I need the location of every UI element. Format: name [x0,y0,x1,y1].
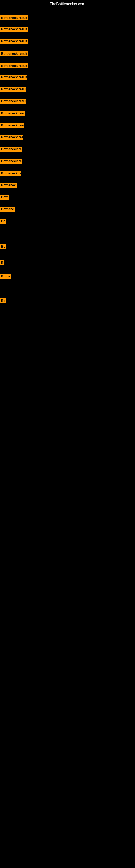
vertical-line [1,749,1,753]
bottleneck-badge[interactable]: Bottleneck result [0,51,28,56]
vertical-line [1,727,1,731]
bottleneck-badge[interactable]: Bott [0,195,9,199]
bottleneck-badge-container: Bottleneck result [0,111,25,117]
bottleneck-badge-container: Bottleneck resu [0,135,23,141]
bottleneck-badge[interactable]: Bo [0,219,6,223]
bottleneck-badge[interactable]: Bo [0,244,6,249]
vertical-line [1,569,1,591]
bottleneck-badge[interactable]: Bottleneck res [0,147,22,152]
bottleneck-badge[interactable]: Bottlenec [0,183,17,188]
bottleneck-badge[interactable]: Bottleneck result [0,111,25,116]
bottleneck-badge[interactable]: Bottleneck resu [0,135,23,140]
bottleneck-badge[interactable]: Bottleneck result [0,27,28,32]
bottleneck-badge-container: Bottle [0,274,11,280]
bottleneck-badge-container: Bottleneck result [0,87,27,93]
bottleneck-badge-container: Bottleneck result [0,27,28,33]
bottleneck-badge-container: Bottlene [0,207,15,213]
bottleneck-badge[interactable]: Bottlene [0,207,15,212]
bottleneck-badge-container: Bottleneck result [0,39,28,45]
bottleneck-badge[interactable]: Bottleneck result [0,16,28,20]
vertical-line [1,529,1,551]
bottleneck-badge[interactable]: Bottleneck res [0,159,21,163]
bottleneck-badge[interactable]: Bottle [0,274,11,279]
bottleneck-badge-container: Bottleneck res [0,147,22,153]
vertical-line [1,610,1,632]
bottleneck-badge-container: Bottleneck result [0,63,28,69]
bottleneck-badge-container: Bo [0,244,6,250]
bottleneck-badge[interactable]: Bottleneck result [0,99,26,104]
bottleneck-badge-container: Bottleneck res [0,159,21,165]
bottleneck-badge[interactable]: Bottleneck result [0,75,27,80]
bottleneck-badge-container: Bottleneck result [0,51,28,57]
bottleneck-badge-container: Bottleneck resu [0,123,24,129]
bottleneck-badge[interactable]: Bo [0,299,6,303]
bottleneck-badge-container: Bottlenec [0,183,17,189]
vertical-line [1,705,1,710]
bottleneck-badge[interactable]: Bottleneck result [0,63,28,68]
bottleneck-badge-container: Bottleneck result [0,99,26,105]
bottleneck-badge-container: Bottleneck re [0,171,20,177]
bottleneck-badge-container: Bottleneck result [0,16,28,22]
bottleneck-badge-container: Bo [0,219,6,225]
site-title: TheBottlenecker.com [0,0,135,8]
bottleneck-badge[interactable]: Bottleneck re [0,171,20,176]
bottleneck-badge[interactable]: B [0,260,4,265]
bottleneck-badge-container: Bo [0,299,6,304]
bottleneck-badge-container: Bott [0,195,9,201]
bottleneck-badge-container: B [0,260,4,267]
bottleneck-badge[interactable]: Bottleneck resu [0,123,24,128]
bottleneck-badge[interactable]: Bottleneck result [0,39,28,44]
bottleneck-badge[interactable]: Bottleneck result [0,87,27,92]
bottleneck-badge-container: Bottleneck result [0,75,27,81]
